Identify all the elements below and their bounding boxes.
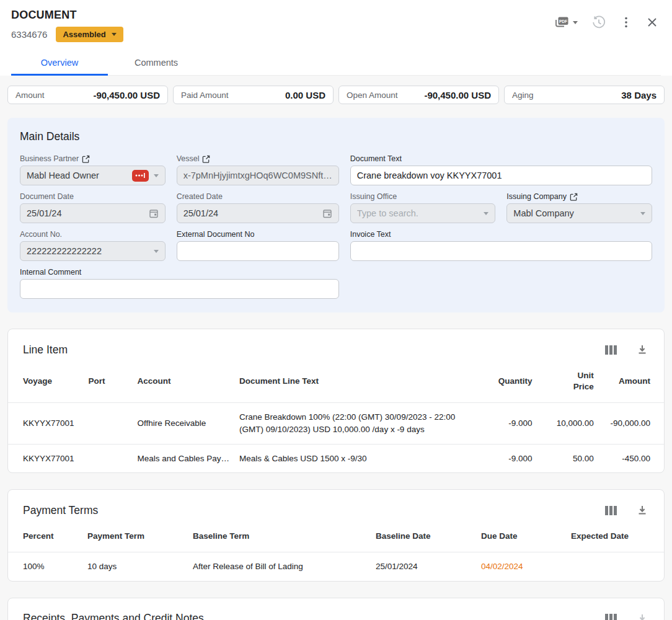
external-link-icon[interactable] xyxy=(202,155,210,163)
account-no-value: 222222222222222 xyxy=(27,246,149,256)
created-date-input: 25/01/24 xyxy=(177,203,339,223)
document-header: DOCUMENT 6334676 Assembled PDF xyxy=(0,0,672,76)
field-vessel: Vessel x-7pMnHjyjimtxgHOq6WC0M9SNft… xyxy=(177,154,339,185)
col-percent: Percent xyxy=(8,521,82,552)
cell-port xyxy=(83,403,132,444)
close-button[interactable] xyxy=(643,14,661,31)
cell-percent: 100% xyxy=(8,552,82,581)
created-date-label: Created Date xyxy=(177,192,223,201)
payment-terms-title: Payment Terms xyxy=(23,504,98,517)
created-date-value: 25/01/24 xyxy=(183,208,317,218)
vessel-label: Vessel xyxy=(177,154,200,163)
internal-comment-label: Internal Comment xyxy=(20,268,81,277)
cell-account: Offhire Receivable xyxy=(132,403,234,444)
field-issuing-company: Issuing Company Mabl Company xyxy=(506,192,652,223)
cell-port xyxy=(83,444,132,472)
field-business-partner: Business Partner Mabl Head Owner xyxy=(20,154,166,185)
col-baseline-term: Baseline Term xyxy=(188,521,371,552)
svg-text:PDF: PDF xyxy=(559,19,567,24)
cell-account: Meals and Cables Pay… xyxy=(132,444,234,472)
document-date-input: 25/01/24 xyxy=(20,203,166,223)
cell-baseline-term: After Release of Bill of Lading xyxy=(188,552,371,581)
field-document-date: Document Date 25/01/24 xyxy=(20,192,166,223)
cell-amount: -90,000.00 xyxy=(599,403,664,444)
history-icon xyxy=(591,15,606,30)
more-options-button[interactable] xyxy=(617,12,635,32)
invoice-text-input[interactable] xyxy=(350,241,652,261)
col-due-date: Due Date xyxy=(476,521,566,552)
summary-card-open-amount: Open Amount -90,450.00 USD xyxy=(338,86,499,104)
calendar-icon xyxy=(322,208,332,218)
summary-label: Paid Amount xyxy=(181,91,229,100)
col-amount: Amount xyxy=(599,360,664,403)
cell-due-date: 04/02/2024 xyxy=(476,552,566,581)
line-item-title: Line Item xyxy=(23,343,68,356)
column-settings-button[interactable] xyxy=(603,343,619,357)
cell-document-line-text: Meals & Cables USD 1500 x -9/30 xyxy=(234,444,485,472)
external-link-icon[interactable] xyxy=(570,193,578,201)
issuing-company-label: Issuing Company xyxy=(506,192,567,201)
account-no-label: Account No. xyxy=(20,230,62,239)
field-invoice-text: Invoice Text xyxy=(350,230,652,261)
document-date-value: 25/01/24 xyxy=(27,208,144,218)
col-quantity: Quantity xyxy=(485,360,537,403)
receipts-section: Receipts, Payments and Credit Notes Docu… xyxy=(7,598,665,620)
issuing-office-placeholder: Type to search. xyxy=(357,208,479,218)
download-icon xyxy=(637,505,648,516)
summary-value: 0.00 USD xyxy=(285,90,325,100)
history-button[interactable] xyxy=(589,12,609,32)
cell-amount: -450.00 xyxy=(599,444,664,472)
columns-icon xyxy=(605,506,617,515)
line-item-section: Line Item Voyage Port Account Document xyxy=(7,329,665,473)
col-voyage: Voyage xyxy=(8,360,83,403)
chevron-down-icon xyxy=(154,174,159,177)
internal-comment-input[interactable] xyxy=(20,279,339,299)
business-partner-select: Mabl Head Owner xyxy=(20,166,166,185)
col-port: Port xyxy=(83,360,132,403)
external-link-icon[interactable] xyxy=(82,155,90,163)
issuing-company-value: Mabl Company xyxy=(513,208,635,218)
document-text-label: Document Text xyxy=(350,154,402,163)
col-expected-date: Expected Date xyxy=(566,521,664,552)
column-settings-button[interactable] xyxy=(603,611,619,620)
col-baseline-date: Baseline Date xyxy=(371,521,476,552)
invoice-text-label: Invoice Text xyxy=(350,230,391,239)
cell-quantity: -9.000 xyxy=(485,444,537,472)
download-button[interactable] xyxy=(634,502,650,518)
issuing-office-select: Type to search. xyxy=(350,203,496,223)
receipts-title: Receipts, Payments and Credit Notes xyxy=(23,612,204,620)
document-text-input[interactable]: Crane breakdown voy KKYYX77001 xyxy=(350,166,652,185)
main-details-title: Main Details xyxy=(20,130,652,143)
status-badge-dropdown[interactable]: Assembled xyxy=(56,27,123,42)
document-date-label: Document Date xyxy=(20,192,74,201)
field-account-no: Account No. 222222222222222 xyxy=(20,230,166,261)
tab-comments[interactable]: Comments xyxy=(108,50,205,75)
col-account: Account xyxy=(132,360,234,403)
columns-icon xyxy=(605,614,617,620)
download-icon xyxy=(637,344,648,355)
mabl-autofill-icon[interactable] xyxy=(132,170,149,182)
download-button[interactable] xyxy=(634,342,650,358)
column-settings-button[interactable] xyxy=(603,503,619,518)
field-document-text: Document Text Crane breakdown voy KKYYX7… xyxy=(350,154,652,185)
cell-document-line-text: Crane Breakdown 100% (22:00 (GMT) 30/09/… xyxy=(234,403,485,444)
payment-term-row[interactable]: 100% 10 days After Release of Bill of La… xyxy=(8,552,664,581)
vessel-input: x-7pMnHjyjimtxgHOq6WC0M9SNft… xyxy=(177,166,339,185)
summary-card-amount: Amount -90,450.00 USD xyxy=(7,86,168,104)
external-document-no-label: External Document No xyxy=(177,230,255,239)
tab-overview[interactable]: Overview xyxy=(11,50,108,75)
cell-expected-date xyxy=(566,552,664,581)
summary-card-paid-amount: Paid Amount 0.00 USD xyxy=(173,86,334,104)
cell-payment-term: 10 days xyxy=(82,552,188,581)
external-document-no-input[interactable] xyxy=(177,241,339,261)
issuing-office-label: Issuing Office xyxy=(350,192,397,201)
line-item-row[interactable]: KKYYX77001 Meals and Cables Pay… Meals &… xyxy=(8,444,664,472)
chevron-down-icon xyxy=(640,212,645,215)
tab-bar: Overview Comments xyxy=(11,50,661,76)
line-item-row[interactable]: KKYYX77001 Offhire Receivable Crane Brea… xyxy=(8,403,664,444)
chevron-down-icon xyxy=(573,21,578,24)
pdf-export-button[interactable]: PDF xyxy=(550,12,580,32)
cell-voyage: KKYYX77001 xyxy=(8,444,83,472)
field-internal-comment: Internal Comment xyxy=(20,268,339,299)
account-no-select: 222222222222222 xyxy=(20,241,166,261)
